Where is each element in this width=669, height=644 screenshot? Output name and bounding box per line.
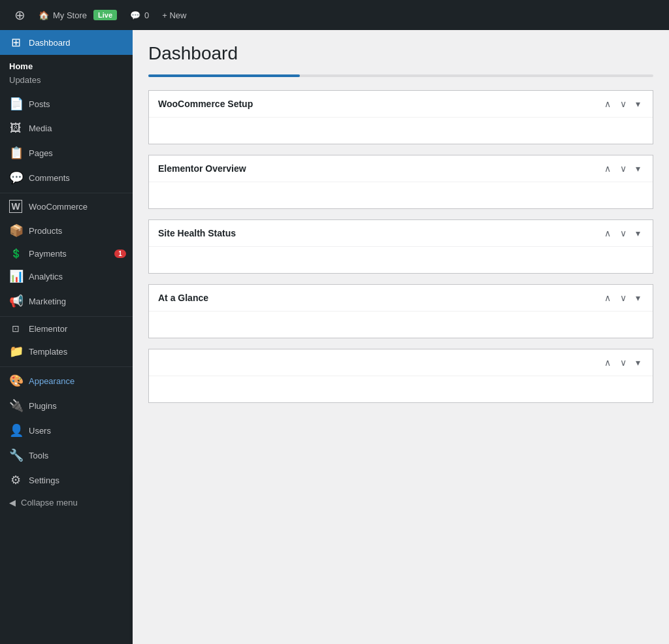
woocommerce-icon: W xyxy=(9,200,22,213)
home-section: Home xyxy=(0,55,133,74)
widget-collapse-up-glance[interactable]: ∧ xyxy=(601,291,614,304)
pages-icon: 📋 xyxy=(9,146,22,160)
new-label: + New xyxy=(162,10,186,20)
sidebar-item-comments[interactable]: 💬 Comments xyxy=(0,165,133,190)
site-name-button[interactable]: 🏠 My Store Live xyxy=(32,0,123,30)
sidebar-item-label-templates: Templates xyxy=(29,347,126,357)
sidebar-item-label-media: Media xyxy=(29,123,126,133)
widget-collapse-down-activity[interactable]: ∨ xyxy=(617,356,630,369)
sidebar-item-pages[interactable]: 📋 Pages xyxy=(0,140,133,165)
widget-body-activity xyxy=(149,376,653,402)
widget-config-activity[interactable]: ▾ xyxy=(632,356,644,369)
tools-icon: 🔧 xyxy=(9,448,22,462)
sidebar-item-posts[interactable]: 📄 Posts xyxy=(0,91,133,116)
sidebar-item-appearance[interactable]: 🎨 Appearance xyxy=(0,366,133,393)
widget-config-health[interactable]: ▾ xyxy=(632,227,644,240)
users-icon: 👤 xyxy=(9,423,22,438)
widget-header-elementor: Elementor Overview ∧ ∨ ▾ xyxy=(149,155,653,182)
elementor-icon: ⊡ xyxy=(9,323,22,334)
payments-badge: 1 xyxy=(114,250,126,258)
dashboard-icon: ⊞ xyxy=(9,35,22,50)
widget-controls-woocommerce: ∧ ∨ ▾ xyxy=(601,97,644,110)
page-title: Dashboard xyxy=(148,43,653,64)
widget-config-glance[interactable]: ▾ xyxy=(632,291,644,304)
widget-body-glance xyxy=(149,312,653,338)
sidebar: ⊞ Dashboard Home Updates 📄 Posts 🖼 Media… xyxy=(0,30,133,644)
collapse-menu-button[interactable]: ◀ Collapse menu xyxy=(0,492,133,513)
sidebar-item-label-posts: Posts xyxy=(29,99,126,109)
sidebar-item-analytics[interactable]: 📊 Analytics xyxy=(0,264,133,289)
widget-header-glance: At a Glance ∧ ∨ ▾ xyxy=(149,285,653,312)
widget-config-woocommerce[interactable]: ▾ xyxy=(632,97,644,110)
widget-collapse-up-health[interactable]: ∧ xyxy=(601,227,614,240)
sidebar-item-plugins[interactable]: 🔌 Plugins xyxy=(0,393,133,418)
settings-icon: ⚙ xyxy=(9,473,22,487)
widget-header-health: Site Health Status ∧ ∨ ▾ xyxy=(149,220,653,247)
widget-site-health: Site Health Status ∧ ∨ ▾ xyxy=(148,219,653,274)
widget-collapse-up-elementor[interactable]: ∧ xyxy=(601,162,614,175)
sidebar-item-marketing[interactable]: 📢 Marketing xyxy=(0,289,133,314)
posts-icon: 📄 xyxy=(9,97,22,111)
progress-bar-container xyxy=(148,74,653,77)
sidebar-item-tools[interactable]: 🔧 Tools xyxy=(0,443,133,468)
widget-collapse-up-activity[interactable]: ∧ xyxy=(601,356,614,369)
widget-controls-activity: ∧ ∨ ▾ xyxy=(601,356,644,369)
widget-header-activity: ∧ ∨ ▾ xyxy=(149,349,653,376)
widget-header-woocommerce: WooCommerce Setup ∧ ∨ ▾ xyxy=(149,91,653,118)
templates-icon: 📁 xyxy=(9,344,22,359)
sidebar-item-payments[interactable]: 💲 Payments 1 xyxy=(0,243,133,264)
sidebar-item-label-pages: Pages xyxy=(29,148,126,158)
home-label[interactable]: Home xyxy=(9,61,123,71)
widget-collapse-up-woocommerce[interactable]: ∧ xyxy=(601,97,614,110)
widget-controls-elementor: ∧ ∨ ▾ xyxy=(601,162,644,175)
sidebar-item-label-marketing: Marketing xyxy=(29,297,126,306)
new-content-button[interactable]: + New xyxy=(155,0,193,30)
widget-body-health xyxy=(149,247,653,273)
collapse-icon: ◀ xyxy=(9,498,16,507)
media-icon: 🖼 xyxy=(9,121,22,135)
sidebar-item-users[interactable]: 👤 Users xyxy=(0,418,133,443)
sidebar-item-templates[interactable]: 📁 Templates xyxy=(0,339,133,364)
sidebar-item-label-woocommerce: WooCommerce xyxy=(29,202,126,212)
widget-collapse-down-glance[interactable]: ∨ xyxy=(617,291,630,304)
widget-collapse-down-elementor[interactable]: ∨ xyxy=(617,162,630,175)
sidebar-item-label-products: Products xyxy=(29,226,126,236)
widget-body-elementor xyxy=(149,182,653,208)
widget-woocommerce-setup: WooCommerce Setup ∧ ∨ ▾ xyxy=(148,90,653,144)
widget-activity: ∧ ∨ ▾ xyxy=(148,349,653,403)
analytics-icon: 📊 xyxy=(9,269,22,283)
widget-title-elementor: Elementor Overview xyxy=(158,163,601,174)
marketing-icon: 📢 xyxy=(9,294,22,308)
main-content: Dashboard WooCommerce Setup ∧ ∨ ▾ Elemen… xyxy=(133,30,669,644)
main-layout: ⊞ Dashboard Home Updates 📄 Posts 🖼 Media… xyxy=(0,30,669,644)
plugins-icon: 🔌 xyxy=(9,398,22,413)
sidebar-item-elementor[interactable]: ⊡ Elementor xyxy=(0,316,133,339)
collapse-label: Collapse menu xyxy=(21,498,78,507)
widget-collapse-down-woocommerce[interactable]: ∨ xyxy=(617,97,630,110)
comments-nav-icon: 💬 xyxy=(9,170,22,185)
comments-icon: 💬 xyxy=(130,10,140,20)
widget-elementor-overview: Elementor Overview ∧ ∨ ▾ xyxy=(148,155,653,209)
comments-button[interactable]: 💬 0 xyxy=(123,0,155,30)
site-name-label: My Store xyxy=(53,10,87,20)
widget-at-a-glance: At a Glance ∧ ∨ ▾ xyxy=(148,284,653,338)
appearance-icon: 🎨 xyxy=(9,374,22,388)
admin-bar: ⊕ 🏠 My Store Live 💬 0 + New xyxy=(0,0,669,30)
sidebar-item-media[interactable]: 🖼 Media xyxy=(0,116,133,140)
sidebar-item-label-elementor: Elementor xyxy=(29,324,126,334)
sidebar-item-products[interactable]: 📦 Products xyxy=(0,218,133,243)
updates-label[interactable]: Updates xyxy=(0,74,133,91)
sidebar-item-label-plugins: Plugins xyxy=(29,401,126,411)
widget-collapse-down-health[interactable]: ∨ xyxy=(617,227,630,240)
sidebar-item-settings[interactable]: ⚙ Settings xyxy=(0,468,133,492)
wp-logo-icon: ⊕ xyxy=(14,7,25,23)
widget-config-elementor[interactable]: ▾ xyxy=(632,162,644,175)
sidebar-item-woocommerce[interactable]: W WooCommerce xyxy=(0,193,133,218)
widget-controls-health: ∧ ∨ ▾ xyxy=(601,227,644,240)
progress-bar-fill xyxy=(148,74,300,77)
home-icon: 🏠 xyxy=(39,10,49,20)
wp-logo-button[interactable]: ⊕ xyxy=(8,0,32,30)
widget-title-woocommerce: WooCommerce Setup xyxy=(158,99,601,109)
sidebar-item-label-dashboard: Dashboard xyxy=(29,38,126,48)
sidebar-item-dashboard[interactable]: ⊞ Dashboard xyxy=(0,30,133,55)
